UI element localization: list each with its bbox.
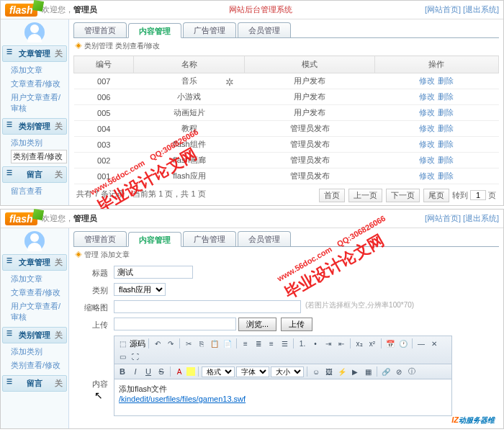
- align-left-icon[interactable]: ≡: [240, 338, 251, 349]
- pager-prev[interactable]: 上一页: [348, 189, 382, 202]
- edit-link[interactable]: 修改: [419, 171, 435, 180]
- sidebar-item[interactable]: 用户文章查看/审核: [11, 91, 67, 115]
- sidebar-group-header[interactable]: 类别管理关: [2, 327, 67, 343]
- link-icon[interactable]: 🔗: [380, 366, 392, 377]
- editor-body[interactable]: 添加flash文件 /kindedit/userfiles/files/game…: [114, 379, 451, 415]
- tab[interactable]: 管理首页: [73, 22, 127, 37]
- pager-first[interactable]: 首页: [319, 189, 345, 202]
- align-right-icon[interactable]: ≡: [266, 338, 277, 349]
- browse-button[interactable]: 浏览...: [238, 318, 276, 331]
- sidebar-item[interactable]: 文章查看/修改: [11, 77, 67, 91]
- delete-link[interactable]: 删除: [438, 140, 454, 148]
- sub-icon[interactable]: x₂: [354, 338, 365, 349]
- font-select[interactable]: 字体: [236, 366, 269, 377]
- tab[interactable]: 管理首页: [73, 231, 127, 246]
- edit-link[interactable]: 修改: [419, 76, 435, 85]
- input-file[interactable]: [114, 318, 236, 330]
- pager-next[interactable]: 下一页: [386, 189, 420, 202]
- media-icon[interactable]: ▶: [349, 366, 361, 377]
- flash-icon[interactable]: ⚡: [336, 366, 348, 377]
- redo-icon[interactable]: ↷: [165, 338, 176, 349]
- delete-link[interactable]: 删除: [438, 92, 454, 101]
- image-icon[interactable]: 🖼: [323, 366, 335, 377]
- edit-link[interactable]: 修改: [419, 124, 435, 132]
- pager: 共有 7 条记录，当前第 1 页，共 1 页 首页 上一页 下一页 尾页 转到 …: [73, 184, 499, 205]
- tab[interactable]: 内容管理: [128, 23, 181, 38]
- sidebar-item[interactable]: 用户文章查看/审核: [11, 300, 67, 324]
- strike-icon[interactable]: S: [156, 366, 167, 377]
- sidebar-item[interactable]: 文章查看/修改: [11, 286, 67, 300]
- erase-icon[interactable]: ✕: [428, 338, 440, 349]
- edit-link[interactable]: 修改: [419, 156, 435, 164]
- italic-icon[interactable]: I: [130, 366, 141, 377]
- outdent-icon[interactable]: ⇤: [336, 338, 347, 349]
- src-icon[interactable]: ⬚: [117, 338, 128, 349]
- sidebar-group-header[interactable]: 类别管理关: [2, 118, 67, 135]
- upload-button[interactable]: 上传: [281, 318, 312, 331]
- link-home[interactable]: [网站首页]: [425, 214, 461, 222]
- delete-link[interactable]: 删除: [438, 124, 454, 132]
- ul-icon[interactable]: •: [310, 338, 321, 349]
- sidebar-item[interactable]: 添加文章: [11, 272, 67, 286]
- main-panel: 管理首页内容管理广告管理会员管理 管理 添加文章 标题 类别 flash应用 缩…: [69, 228, 503, 428]
- time-icon[interactable]: 🕐: [397, 338, 409, 349]
- edit-link[interactable]: 修改: [419, 140, 435, 148]
- link-logout[interactable]: [退出系统]: [463, 214, 499, 222]
- sidebar-item[interactable]: 添加类别: [11, 345, 67, 359]
- copy-icon[interactable]: ⎘: [196, 338, 207, 349]
- screenshot-list: flash 欢迎您，管理员 网站后台管理系统 [网站首页] [退出系统] 文章管…: [0, 0, 504, 206]
- cut-icon[interactable]: ✂: [183, 338, 194, 349]
- unlink-icon[interactable]: ⊘: [393, 366, 405, 377]
- sidebar-group-header[interactable]: 留言关: [2, 375, 67, 392]
- about-icon[interactable]: ⓘ: [406, 366, 418, 377]
- pager-last[interactable]: 尾页: [423, 189, 449, 202]
- tab[interactable]: 会员管理: [238, 231, 291, 246]
- editor-toolbar-1: ⬚源码 ↶ ↷ ✂ ⎘ 📋 📄 ≡ ≣ ≡: [114, 336, 451, 364]
- hr-icon[interactable]: —: [415, 338, 427, 349]
- sidebar-item[interactable]: 类别查看/修改: [11, 150, 67, 163]
- table-icon[interactable]: ▦: [362, 366, 374, 377]
- align-center-icon[interactable]: ≣: [253, 338, 264, 349]
- sidebar-group-header[interactable]: 文章管理关: [2, 254, 67, 271]
- underline-icon[interactable]: U: [143, 366, 154, 377]
- select-all-icon[interactable]: ▭: [117, 351, 128, 362]
- align-justify-icon[interactable]: ☰: [279, 338, 290, 349]
- ol-icon[interactable]: 1.: [297, 338, 308, 349]
- edit-link[interactable]: 修改: [419, 92, 435, 101]
- tab[interactable]: 内容管理: [128, 232, 181, 247]
- link-home[interactable]: [网站首页]: [425, 5, 461, 14]
- delete-link[interactable]: 删除: [438, 108, 454, 117]
- backcolor-icon[interactable]: [186, 367, 195, 376]
- tab[interactable]: 广告管理: [183, 22, 236, 37]
- tab[interactable]: 广告管理: [183, 231, 236, 246]
- bold-icon[interactable]: B: [117, 366, 128, 377]
- format-select[interactable]: 格式: [202, 366, 235, 377]
- indent-icon[interactable]: ⇥: [323, 338, 334, 349]
- tab[interactable]: 会员管理: [238, 22, 291, 37]
- sidebar-group-header[interactable]: 留言关: [2, 166, 67, 183]
- emoji-icon[interactable]: ☺: [310, 366, 322, 377]
- sidebar-item[interactable]: 添加文章: [11, 63, 67, 77]
- delete-link[interactable]: 删除: [438, 76, 454, 85]
- delete-link[interactable]: 删除: [438, 171, 454, 180]
- link-logout[interactable]: [退出系统]: [463, 5, 499, 14]
- edit-link[interactable]: 修改: [419, 108, 435, 117]
- sidebar-group-header[interactable]: 文章管理关: [2, 45, 67, 62]
- sup-icon[interactable]: x²: [366, 338, 378, 349]
- forecolor-icon[interactable]: A: [174, 366, 185, 377]
- select-category[interactable]: flash应用: [114, 283, 166, 296]
- sidebar-item[interactable]: 留言查看: [11, 184, 67, 198]
- sidebar-item[interactable]: 添加类别: [11, 136, 67, 150]
- delete-link[interactable]: 删除: [438, 156, 454, 164]
- paste-text-icon[interactable]: 📄: [222, 338, 233, 349]
- input-thumb[interactable]: [114, 300, 301, 313]
- input-title[interactable]: [114, 266, 193, 279]
- date-icon[interactable]: 📅: [384, 338, 396, 349]
- fullscreen-icon[interactable]: ⛶: [130, 351, 141, 362]
- logo: flash: [5, 212, 37, 225]
- undo-icon[interactable]: ↶: [152, 338, 163, 349]
- pager-goto-input[interactable]: [470, 190, 486, 200]
- paste-icon[interactable]: 📋: [209, 338, 220, 349]
- size-select[interactable]: 大小: [271, 366, 304, 377]
- sidebar-item[interactable]: 类别查看/修改: [11, 359, 67, 372]
